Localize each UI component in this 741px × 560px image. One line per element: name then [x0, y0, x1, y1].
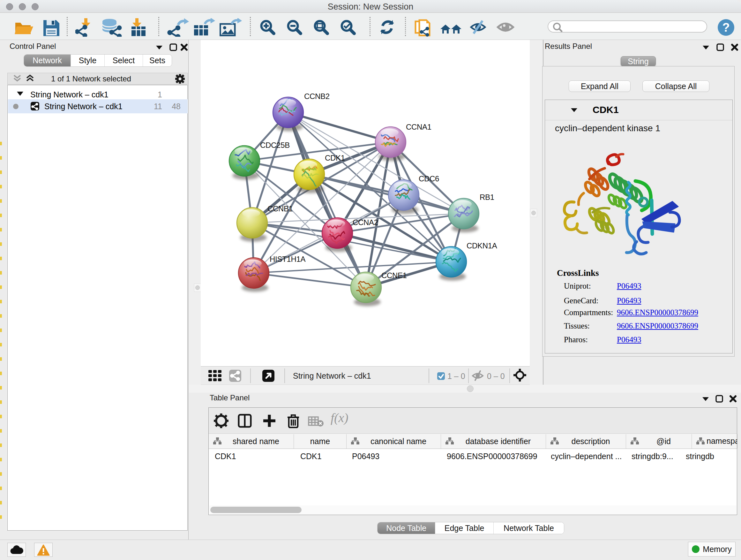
svg-text:HIST1H1A: HIST1H1A — [270, 255, 306, 263]
svg-text:CCNA1: CCNA1 — [406, 123, 431, 131]
svg-text:CDKN1A: CDKN1A — [467, 241, 497, 250]
svg-text:CCNA2: CCNA2 — [353, 218, 378, 227]
svg-text:CDC25B: CDC25B — [260, 141, 290, 149]
svg-text:RB1: RB1 — [480, 193, 494, 201]
svg-text:CCNB1: CCNB1 — [267, 204, 293, 213]
svg-text:CCNE1: CCNE1 — [381, 271, 407, 280]
svg-text:?: ? — [722, 21, 730, 34]
svg-text:CCNB2: CCNB2 — [304, 92, 330, 101]
svg-text:CDK1: CDK1 — [325, 153, 345, 162]
svg-text:CDC6: CDC6 — [419, 174, 439, 183]
